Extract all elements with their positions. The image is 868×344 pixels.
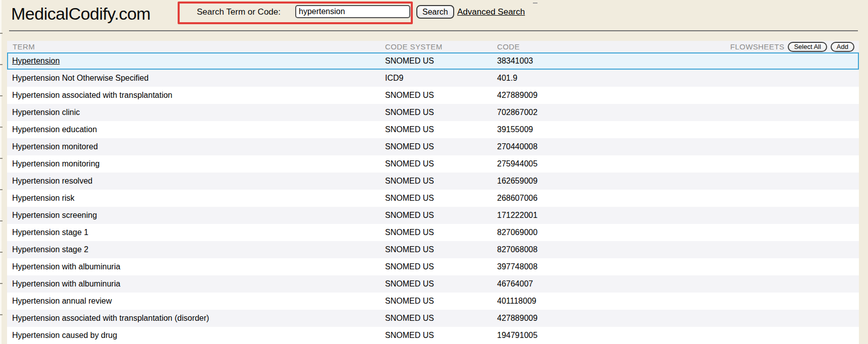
term-cell: Hypertension clinic — [7, 108, 385, 117]
table-row[interactable]: Hypertension annual reviewSNOMED US40111… — [7, 293, 859, 310]
code-cell: 427889009 — [497, 314, 859, 323]
table-row[interactable]: Hypertension caused by drugSNOMED US1947… — [7, 327, 859, 344]
page-left-edge — [0, 0, 2, 344]
code-system-cell: SNOMED US — [385, 125, 497, 134]
tick-mark — [0, 64, 3, 65]
term-cell: Hypertension monitoring — [7, 159, 385, 168]
table-row[interactable]: Hypertension riskSNOMED US268607006 — [7, 190, 859, 207]
term-cell: Hypertension stage 1 — [7, 228, 385, 237]
header-divider — [9, 30, 858, 31]
term-cell: Hypertension associated with transplanta… — [7, 314, 385, 323]
code-system-cell: SNOMED US — [385, 56, 497, 66]
tick-mark — [0, 95, 3, 96]
code-system-cell: SNOMED US — [385, 177, 497, 186]
table-row[interactable]: HypertensionSNOMED US38341003 — [7, 52, 859, 70]
tick-mark — [0, 158, 3, 159]
tick-mark — [0, 189, 3, 190]
term-cell: Hypertension resolved — [7, 177, 385, 186]
code-system-cell: SNOMED US — [385, 262, 497, 271]
tick-mark — [0, 283, 3, 284]
tick-mark — [0, 220, 3, 221]
tick-mark — [0, 314, 3, 315]
term-cell: Hypertension annual review — [7, 297, 385, 306]
code-cell: 46764007 — [497, 279, 859, 289]
code-system-cell: SNOMED US — [385, 314, 497, 323]
code-cell: 401118009 — [497, 297, 859, 306]
table-header-row: TERM CODE SYSTEM CODE FLOWSHEETS Select … — [7, 41, 859, 52]
code-system-cell: SNOMED US — [385, 245, 497, 254]
column-header-code-system: CODE SYSTEM — [385, 42, 497, 51]
table-row[interactable]: Hypertension monitoredSNOMED US270440008 — [7, 138, 859, 155]
code-cell: 275944005 — [497, 159, 859, 168]
table-row[interactable]: Hypertension monitoringSNOMED US27594400… — [7, 155, 859, 173]
term-cell: Hypertension risk — [7, 194, 385, 203]
tick-mark — [0, 252, 3, 253]
table-row[interactable]: Hypertension with albuminuriaSNOMED US46… — [7, 275, 859, 293]
column-header-code-and-flowsheets: CODE FLOWSHEETS Select All Add — [497, 42, 859, 52]
code-system-cell: SNOMED US — [385, 297, 497, 306]
term-cell: Hypertension Not Otherwise Specified — [7, 74, 385, 83]
advanced-search-link[interactable]: Advanced Search — [457, 7, 525, 17]
column-header-flowsheets: FLOWSHEETS — [730, 42, 784, 51]
code-system-cell: SNOMED US — [385, 91, 497, 100]
code-cell: 268607006 — [497, 194, 859, 203]
code-cell: 397748008 — [497, 262, 859, 271]
table-row[interactable]: Hypertension stage 2SNOMED US827068008 — [7, 241, 859, 258]
term-cell: Hypertension with albuminuria — [7, 262, 385, 271]
artifact-dash — [533, 3, 537, 4]
table-row[interactable]: Hypertension associated with transplanta… — [7, 310, 859, 327]
code-cell: 270440008 — [497, 142, 859, 151]
term-cell: Hypertension monitored — [7, 142, 385, 151]
term-cell: Hypertension stage 2 — [7, 245, 385, 254]
code-cell: 171222001 — [497, 211, 859, 220]
code-system-cell: SNOMED US — [385, 211, 497, 220]
search-input[interactable] — [295, 5, 410, 18]
table-row[interactable]: Hypertension educationSNOMED US39155009 — [7, 121, 859, 138]
table-row[interactable]: Hypertension resolvedSNOMED US162659009 — [7, 173, 859, 190]
table-row[interactable]: Hypertension clinicSNOMED US702867002 — [7, 104, 859, 121]
add-button[interactable]: Add — [831, 42, 854, 52]
site-title: MedicalCodify.com — [11, 4, 150, 24]
code-cell: 702867002 — [497, 108, 859, 117]
code-cell: 39155009 — [497, 125, 859, 134]
code-cell: 427889009 — [497, 91, 859, 100]
code-cell: 827069000 — [497, 228, 859, 237]
code-cell: 194791005 — [497, 331, 859, 340]
code-cell: 401.9 — [497, 74, 859, 83]
column-header-code: CODE — [497, 42, 520, 51]
tick-mark — [0, 33, 3, 34]
term-cell: Hypertension education — [7, 125, 385, 134]
search-label: Search Term or Code: — [197, 7, 281, 17]
term-link[interactable]: Hypertension — [7, 56, 385, 66]
search-button[interactable]: Search — [416, 5, 454, 19]
code-system-cell: SNOMED US — [385, 228, 497, 237]
results-table: TERM CODE SYSTEM CODE FLOWSHEETS Select … — [7, 41, 859, 344]
term-cell: Hypertension screening — [7, 211, 385, 220]
term-cell: Hypertension caused by drug — [7, 331, 385, 340]
code-system-cell: ICD9 — [385, 74, 497, 83]
code-cell: 162659009 — [497, 177, 859, 186]
code-cell: 827068008 — [497, 245, 859, 254]
select-all-button[interactable]: Select All — [788, 42, 827, 52]
code-system-cell: SNOMED US — [385, 159, 497, 168]
table-row[interactable]: Hypertension Not Otherwise SpecifiedICD9… — [7, 70, 859, 87]
term-cell: Hypertension with albuminuria — [7, 279, 385, 289]
table-row[interactable]: Hypertension with albuminuriaSNOMED US39… — [7, 258, 859, 275]
table-body: HypertensionSNOMED US38341003Hypertensio… — [7, 52, 859, 344]
code-system-cell: SNOMED US — [385, 331, 497, 340]
term-cell: Hypertension associated with transplanta… — [7, 91, 385, 100]
code-system-cell: SNOMED US — [385, 279, 497, 289]
code-system-cell: SNOMED US — [385, 108, 497, 117]
table-row[interactable]: Hypertension screeningSNOMED US171222001 — [7, 207, 859, 224]
code-cell: 38341003 — [497, 56, 859, 66]
code-system-cell: SNOMED US — [385, 194, 497, 203]
tick-mark — [0, 127, 3, 128]
column-header-term: TERM — [7, 42, 385, 51]
table-row[interactable]: Hypertension associated with transplanta… — [7, 87, 859, 104]
code-system-cell: SNOMED US — [385, 142, 497, 151]
table-row[interactable]: Hypertension stage 1SNOMED US827069000 — [7, 224, 859, 241]
